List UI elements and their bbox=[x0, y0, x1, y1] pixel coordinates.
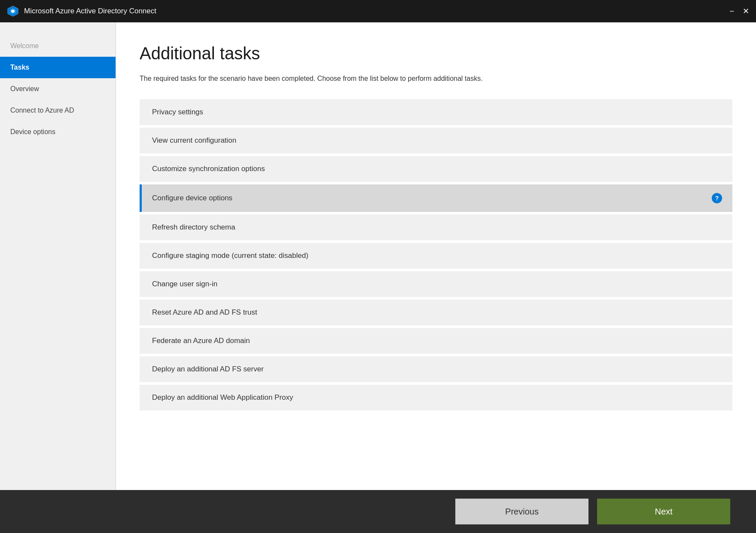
task-item-federate-domain[interactable]: Federate an Azure AD domain bbox=[140, 328, 732, 354]
azure-ad-logo bbox=[7, 5, 19, 17]
next-button[interactable]: Next bbox=[597, 499, 730, 524]
main-window: Welcome Tasks Overview Connect to Azure … bbox=[0, 22, 756, 490]
sidebar-item-welcome[interactable]: Welcome bbox=[0, 35, 116, 57]
task-item-deploy-adfs[interactable]: Deploy an additional AD FS server bbox=[140, 356, 732, 382]
task-item-change-signin[interactable]: Change user sign-in bbox=[140, 271, 732, 297]
task-item-customize-sync[interactable]: Customize synchronization options bbox=[140, 156, 732, 182]
content-area: Welcome Tasks Overview Connect to Azure … bbox=[0, 22, 756, 490]
page-title: Additional tasks bbox=[140, 44, 732, 63]
sidebar: Welcome Tasks Overview Connect to Azure … bbox=[0, 22, 116, 490]
task-item-view-configuration[interactable]: View current configuration bbox=[140, 128, 732, 153]
sidebar-item-overview[interactable]: Overview bbox=[0, 78, 116, 100]
close-button[interactable]: ✕ bbox=[743, 7, 749, 15]
task-item-configure-device[interactable]: Configure device options ? bbox=[140, 184, 732, 212]
previous-button[interactable]: Previous bbox=[455, 499, 588, 524]
sidebar-item-connect-azure-ad[interactable]: Connect to Azure AD bbox=[0, 100, 116, 121]
window-title: Microsoft Azure Active Directory Connect bbox=[24, 7, 729, 15]
sidebar-item-device-options[interactable]: Device options bbox=[0, 121, 116, 143]
task-item-refresh-schema[interactable]: Refresh directory schema bbox=[140, 214, 732, 240]
task-item-configure-staging[interactable]: Configure staging mode (current state: d… bbox=[140, 243, 732, 269]
help-icon[interactable]: ? bbox=[712, 193, 722, 203]
window-controls: − ✕ bbox=[729, 7, 749, 15]
footer: Previous Next bbox=[0, 490, 756, 533]
minimize-button[interactable]: − bbox=[729, 7, 734, 15]
page-description: The required tasks for the scenario have… bbox=[140, 74, 526, 84]
task-item-reset-trust[interactable]: Reset Azure AD and AD FS trust bbox=[140, 300, 732, 325]
task-list: Privacy settings View current configurat… bbox=[140, 99, 732, 410]
task-item-deploy-wap[interactable]: Deploy an additional Web Application Pro… bbox=[140, 385, 732, 410]
task-item-privacy-settings[interactable]: Privacy settings bbox=[140, 99, 732, 125]
main-content: Additional tasks The required tasks for … bbox=[116, 22, 756, 490]
sidebar-item-tasks[interactable]: Tasks bbox=[0, 57, 116, 78]
title-bar: Microsoft Azure Active Directory Connect… bbox=[0, 0, 756, 22]
